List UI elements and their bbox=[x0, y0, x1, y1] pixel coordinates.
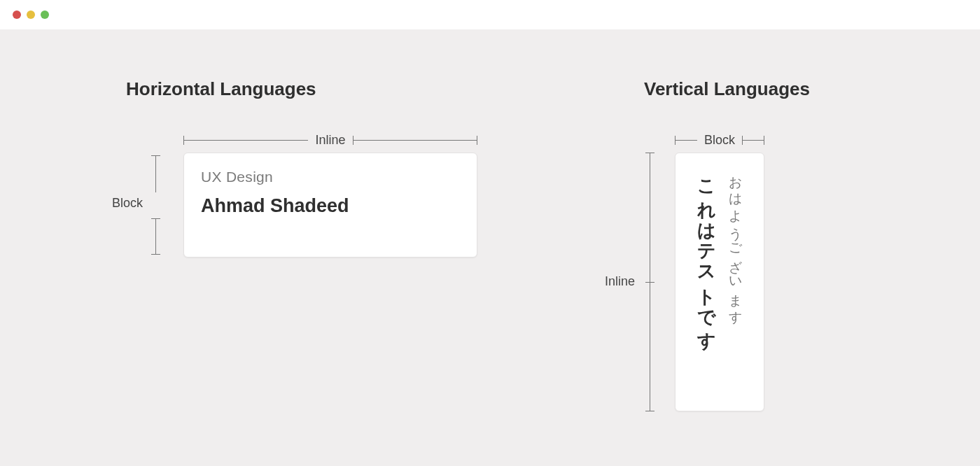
zoom-icon[interactable] bbox=[41, 10, 49, 19]
horizontal-block-label-outer: Block bbox=[112, 196, 143, 211]
dimension-label: Inline bbox=[308, 133, 352, 148]
card-subtitle: UX Design bbox=[201, 169, 460, 185]
card-subtitle: おはようございます bbox=[727, 167, 745, 397]
minimize-icon[interactable] bbox=[27, 10, 35, 19]
dimension-label: Block bbox=[697, 133, 742, 148]
vertical-heading: Vertical Languages bbox=[644, 78, 810, 100]
horizontal-heading: Horizontal Languages bbox=[126, 78, 316, 100]
horizontal-block-dimension: Block bbox=[155, 155, 156, 255]
vertical-inline-dimension bbox=[650, 153, 650, 411]
card-title: これはテストです bbox=[695, 167, 720, 397]
window-titlebar bbox=[0, 0, 980, 29]
card-title: Ahmad Shadeed bbox=[201, 195, 460, 217]
vertical-inline-label-outer: Inline bbox=[605, 274, 635, 289]
diagram-canvas: Horizontal Languages Vertical Languages … bbox=[0, 29, 980, 466]
horizontal-card: UX Design Ahmad Shadeed bbox=[183, 153, 477, 257]
close-icon[interactable] bbox=[13, 10, 21, 19]
vertical-block-dimension: Block bbox=[675, 133, 764, 148]
horizontal-inline-dimension: Inline bbox=[183, 133, 477, 148]
vertical-card: おはようございます これはテストです bbox=[675, 153, 764, 411]
